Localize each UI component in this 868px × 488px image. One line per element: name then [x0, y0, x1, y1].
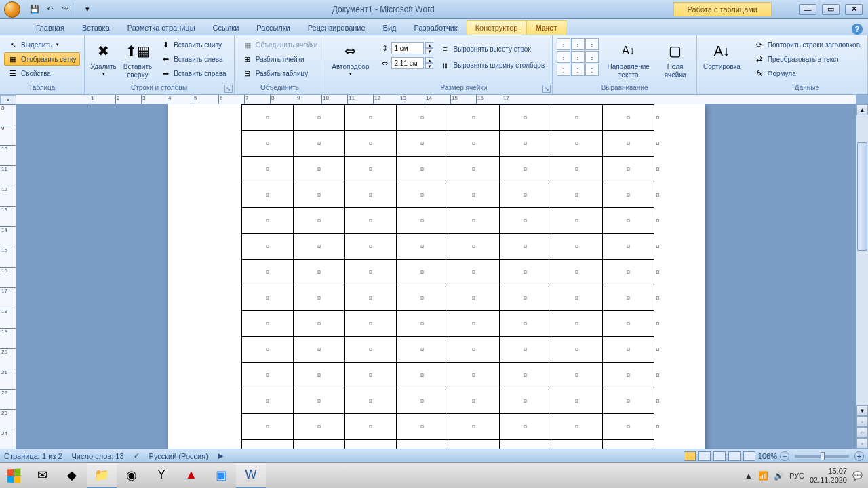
table-cell[interactable]: ¤	[397, 234, 448, 260]
rows-cols-launcher[interactable]: ↘	[224, 85, 233, 93]
table-cell[interactable]: ¤	[551, 208, 603, 234]
delete-button[interactable]: ✖Удалить▾	[89, 38, 119, 79]
table-cell[interactable]: ¤	[242, 208, 294, 234]
table-cell[interactable]: ¤	[500, 208, 551, 234]
autofit-button[interactable]: ⇔Автоподбор▾	[330, 38, 371, 79]
table-cell[interactable]: ¤	[551, 157, 603, 182]
align-tr[interactable]: ⋮	[585, 38, 599, 50]
table-cell[interactable]: ¤	[397, 363, 448, 388]
task-mail[interactable]: ✉	[27, 463, 57, 489]
height-up[interactable]: ▲	[425, 42, 433, 48]
qat-save-button[interactable]: 💾	[28, 3, 41, 16]
table-cell[interactable]: ¤	[242, 440, 294, 449]
table-cell[interactable]: ¤	[448, 388, 500, 414]
table-cell[interactable]: ¤	[294, 208, 345, 234]
insert-left-button[interactable]: ⬅Вставить слева	[157, 52, 229, 66]
align-bc[interactable]: ⋮	[571, 64, 585, 76]
table-cell[interactable]: ¤	[603, 363, 654, 388]
sort-button[interactable]: A↓Сортировка	[701, 38, 743, 73]
table-cell[interactable]: ¤	[345, 208, 397, 234]
table-cell[interactable]: ¤	[294, 337, 345, 363]
convert-to-text-button[interactable]: ⇄Преобразовать в текст	[751, 52, 863, 66]
table-cell[interactable]: ¤	[242, 260, 294, 285]
table-cell[interactable]: ¤	[500, 157, 551, 182]
tab-table-layout[interactable]: Макет	[526, 20, 566, 35]
table-cell[interactable]: ¤	[242, 388, 294, 414]
table-cell[interactable]: ¤	[397, 260, 448, 285]
table-cell[interactable]: ¤	[551, 234, 603, 260]
table-cell[interactable]: ¤	[242, 182, 294, 208]
view-full-screen[interactable]	[698, 451, 711, 461]
table-cell[interactable]: ¤	[294, 440, 345, 449]
formula-button[interactable]: fxФормула	[751, 66, 863, 80]
tab-references[interactable]: Ссылки	[204, 20, 248, 35]
table-cell[interactable]: ¤	[397, 440, 448, 449]
table-cell[interactable]: ¤	[294, 234, 345, 260]
tab-page-layout[interactable]: Разметка страницы	[119, 20, 204, 35]
align-tl[interactable]: ⋮	[557, 38, 570, 50]
tab-insert[interactable]: Вставка	[73, 20, 119, 35]
table-cell[interactable]: ¤	[551, 182, 603, 208]
table-cell[interactable]: ¤	[448, 234, 500, 260]
split-table-button[interactable]: ⊟Разбить таблицу	[239, 66, 321, 80]
align-br[interactable]: ⋮	[585, 64, 599, 76]
width-down[interactable]: ▼	[425, 63, 433, 69]
table-cell[interactable]: ¤	[551, 311, 603, 337]
table-cell[interactable]: ¤	[397, 157, 448, 182]
minimize-button[interactable]: —	[799, 4, 816, 15]
table-cell[interactable]: ¤	[294, 363, 345, 388]
table-cell[interactable]: ¤	[294, 157, 345, 182]
table-cell[interactable]: ¤	[500, 260, 551, 285]
row-height-spinner[interactable]: ⇕▲▼	[379, 42, 433, 54]
table-cell[interactable]: ¤	[397, 337, 448, 363]
vertical-scrollbar[interactable]: ▲ ▼ ◦ ○ ◦	[856, 104, 868, 449]
table-cell[interactable]: ¤	[551, 414, 603, 440]
task-acrobat[interactable]: ▲	[176, 463, 206, 489]
view-outline[interactable]	[728, 451, 741, 461]
table-cell[interactable]: ¤	[551, 440, 603, 449]
height-down[interactable]: ▼	[425, 48, 433, 54]
table-cell[interactable]: ¤	[397, 311, 448, 337]
table-cell[interactable]: ¤	[603, 260, 654, 285]
tray-expand-icon[interactable]: ▲	[745, 471, 753, 481]
page-viewport[interactable]: ¤¤¤¤¤¤¤¤¤¤¤¤¤¤¤¤¤¤¤¤¤¤¤¤¤¤¤¤¤¤¤¤¤¤¤¤¤¤¤¤…	[16, 104, 868, 449]
table-cell[interactable]: ¤	[500, 311, 551, 337]
office-button[interactable]	[0, 0, 24, 19]
table-cell[interactable]: ¤	[242, 157, 294, 182]
view-web[interactable]	[713, 451, 726, 461]
repeat-header-button[interactable]: ⟳Повторить строки заголовков	[751, 38, 863, 52]
zoom-level[interactable]: 106%	[758, 452, 777, 460]
table-cell[interactable]: ¤	[294, 182, 345, 208]
table-cell[interactable]: ¤	[500, 363, 551, 388]
table-cell[interactable]: ¤	[448, 182, 500, 208]
align-mc[interactable]: ⋮	[571, 51, 585, 63]
table-cell[interactable]: ¤	[551, 363, 603, 388]
status-words[interactable]: Число слов: 13	[72, 452, 124, 460]
tab-mailings[interactable]: Рассылки	[248, 20, 298, 35]
table-cell[interactable]: ¤	[397, 388, 448, 414]
table-cell[interactable]: ¤	[603, 388, 654, 414]
qat-redo-button[interactable]: ↷	[58, 3, 71, 16]
tab-review[interactable]: Рецензирование	[299, 20, 374, 35]
table-cell[interactable]: ¤	[397, 131, 448, 157]
status-macro-icon[interactable]: ▶	[218, 451, 223, 460]
table-cell[interactable]: ¤	[448, 157, 500, 182]
zoom-out-button[interactable]: −	[780, 451, 789, 461]
table-cell[interactable]: ¤	[448, 285, 500, 311]
table-cell[interactable]: ¤	[603, 337, 654, 363]
align-ml[interactable]: ⋮	[557, 51, 570, 63]
table-cell[interactable]: ¤	[294, 388, 345, 414]
width-up[interactable]: ▲	[425, 57, 433, 63]
table-cell[interactable]: ¤	[345, 311, 397, 337]
table-cell[interactable]: ¤	[345, 440, 397, 449]
split-cells-button[interactable]: ⊞Разбить ячейки	[239, 52, 321, 66]
tray-clock[interactable]: 15:07 02.11.2020	[810, 467, 847, 483]
task-zoom[interactable]: ▣	[206, 463, 236, 489]
table-cell[interactable]: ¤	[500, 440, 551, 449]
merge-cells-button[interactable]: ▦Объединить ячейки	[239, 38, 321, 52]
scroll-track[interactable]	[856, 115, 868, 405]
distribute-rows-button[interactable]: ≡Выровнять высоту строк	[436, 42, 548, 56]
table-cell[interactable]: ¤	[345, 363, 397, 388]
zoom-slider-thumb[interactable]	[821, 452, 825, 460]
table-cell[interactable]: ¤	[551, 131, 603, 157]
